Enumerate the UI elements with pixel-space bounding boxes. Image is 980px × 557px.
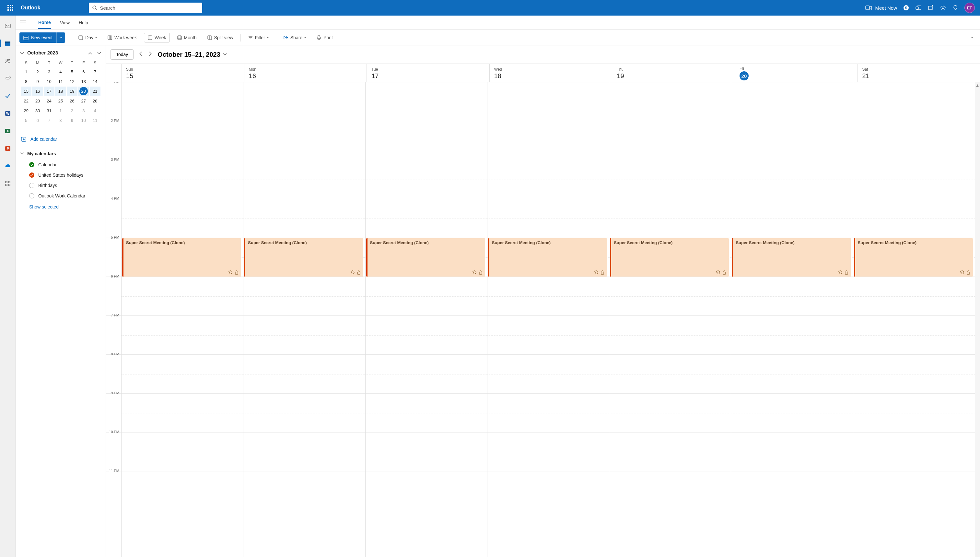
- nav-toggle-icon[interactable]: [20, 20, 26, 25]
- today-button[interactable]: Today: [111, 49, 133, 60]
- day-header[interactable]: Sun15: [122, 64, 244, 82]
- teams-icon[interactable]: [915, 5, 921, 11]
- my-calendars-header[interactable]: My calendars: [20, 151, 101, 156]
- rail-excel-icon[interactable]: X: [0, 126, 16, 136]
- mini-cal-day[interactable]: 30: [33, 106, 42, 115]
- prev-week-icon[interactable]: [138, 50, 143, 59]
- calendar-item[interactable]: Outlook Work Calendar: [20, 191, 101, 201]
- day-column[interactable]: Super Secret Meeting (Clone): [853, 82, 975, 557]
- chevron-down-icon[interactable]: [20, 50, 24, 55]
- rail-mail-icon[interactable]: [0, 21, 16, 31]
- scroll-up-icon[interactable]: ▴: [975, 82, 980, 88]
- mini-cal-day[interactable]: 3: [80, 106, 88, 115]
- tips-icon[interactable]: [952, 5, 959, 11]
- mini-cal-day[interactable]: 23: [33, 97, 42, 105]
- show-selected-link[interactable]: Show selected: [20, 201, 101, 209]
- day-column[interactable]: Super Secret Meeting (Clone): [366, 82, 488, 557]
- tab-help[interactable]: Help: [79, 17, 88, 29]
- calendar-event[interactable]: Super Secret Meeting (Clone): [366, 238, 485, 277]
- mini-cal-day[interactable]: 5: [22, 116, 31, 124]
- mini-cal-day[interactable]: 19: [68, 87, 76, 95]
- mini-cal-day[interactable]: 6: [33, 116, 42, 124]
- new-event-dropdown[interactable]: [56, 33, 65, 43]
- mini-cal-day[interactable]: 10: [45, 77, 54, 86]
- share-button[interactable]: Share ▾: [280, 33, 309, 42]
- calendar-event[interactable]: Super Secret Meeting (Clone): [244, 238, 363, 277]
- search-input[interactable]: Search: [89, 3, 202, 13]
- day-column[interactable]: Super Secret Meeting (Clone): [244, 82, 365, 557]
- mini-cal-day[interactable]: 2: [33, 67, 42, 76]
- day-header[interactable]: Fri20: [735, 64, 858, 82]
- skype-icon[interactable]: S: [903, 5, 909, 11]
- date-range-title[interactable]: October 15–21, 2023: [158, 51, 226, 59]
- day-header[interactable]: Mon16: [244, 64, 367, 82]
- add-calendar-button[interactable]: Add calendar: [20, 135, 101, 143]
- calendar-event[interactable]: Super Secret Meeting (Clone): [854, 238, 973, 277]
- calendar-checkbox[interactable]: [29, 173, 34, 178]
- mini-cal-day[interactable]: 27: [80, 97, 88, 105]
- mini-cal-day[interactable]: 16: [33, 87, 42, 95]
- mini-cal-day[interactable]: 26: [68, 97, 76, 105]
- mini-cal-day[interactable]: 29: [22, 106, 31, 115]
- mini-cal-day[interactable]: 1: [22, 67, 31, 76]
- day-header[interactable]: Sat21: [858, 64, 980, 82]
- mini-cal-day[interactable]: 7: [45, 116, 54, 124]
- mini-cal-day[interactable]: 20: [80, 87, 88, 95]
- outlook-addin-icon[interactable]: [928, 5, 934, 11]
- day-header[interactable]: Thu19: [612, 64, 735, 82]
- day-header[interactable]: Tue17: [367, 64, 490, 82]
- mini-cal-day[interactable]: 5: [68, 67, 76, 76]
- month-up-icon[interactable]: [88, 50, 92, 55]
- print-button[interactable]: Print: [313, 33, 336, 42]
- day-column[interactable]: Super Secret Meeting (Clone): [609, 82, 731, 557]
- app-launcher-icon[interactable]: [3, 0, 18, 16]
- mini-cal-day[interactable]: 21: [91, 87, 99, 95]
- rail-onedrive-icon[interactable]: [0, 161, 16, 171]
- calendar-item[interactable]: Birthdays: [20, 180, 101, 191]
- view-day-button[interactable]: Day ▾: [75, 33, 100, 42]
- mini-cal-day[interactable]: 13: [80, 77, 88, 86]
- split-view-button[interactable]: Split view: [204, 33, 237, 42]
- mini-cal-day[interactable]: 12: [68, 77, 76, 86]
- calendar-checkbox[interactable]: [29, 162, 34, 167]
- day-column[interactable]: Super Secret Meeting (Clone): [731, 82, 853, 557]
- day-header[interactable]: Wed18: [490, 64, 613, 82]
- calendar-event[interactable]: Super Secret Meeting (Clone): [610, 238, 729, 277]
- day-column[interactable]: Super Secret Meeting (Clone): [488, 82, 609, 557]
- calendar-event[interactable]: Super Secret Meeting (Clone): [488, 238, 607, 277]
- calendar-event[interactable]: Super Secret Meeting (Clone): [122, 238, 241, 277]
- mini-cal-day[interactable]: 14: [91, 77, 99, 86]
- scrollbar[interactable]: ▴: [975, 82, 980, 557]
- mini-cal-day[interactable]: 11: [56, 77, 65, 86]
- mini-cal-day[interactable]: 8: [56, 116, 65, 124]
- mini-cal-day[interactable]: 4: [91, 106, 99, 115]
- calendar-checkbox[interactable]: [29, 193, 34, 199]
- mini-cal-day[interactable]: 9: [33, 77, 42, 86]
- rail-people-icon[interactable]: [0, 56, 16, 66]
- mini-cal-day[interactable]: 3: [45, 67, 54, 76]
- mini-cal-day[interactable]: 18: [56, 87, 65, 95]
- ribbon-expand-icon[interactable]: ▾: [968, 34, 976, 41]
- mini-cal-day[interactable]: 1: [56, 106, 65, 115]
- rail-word-icon[interactable]: W: [0, 108, 16, 119]
- settings-icon[interactable]: [940, 5, 946, 11]
- mini-cal-day[interactable]: 11: [91, 116, 99, 124]
- calendar-event[interactable]: Super Secret Meeting (Clone): [732, 238, 851, 277]
- rail-files-icon[interactable]: [0, 73, 16, 84]
- mini-cal-day[interactable]: 28: [91, 97, 99, 105]
- day-column[interactable]: Super Secret Meeting (Clone): [122, 82, 244, 557]
- mini-cal-day[interactable]: 22: [22, 97, 31, 105]
- view-month-button[interactable]: Month: [174, 33, 200, 42]
- next-week-icon[interactable]: [148, 50, 153, 59]
- mini-cal-day[interactable]: 9: [68, 116, 76, 124]
- avatar[interactable]: EF: [964, 3, 975, 13]
- calendar-checkbox[interactable]: [29, 183, 34, 188]
- calendar-item[interactable]: United States holidays: [20, 170, 101, 180]
- mini-cal-day[interactable]: 7: [91, 67, 99, 76]
- mini-cal-day[interactable]: 15: [22, 87, 31, 95]
- rail-more-apps-icon[interactable]: [0, 178, 16, 189]
- tab-home[interactable]: Home: [38, 16, 51, 29]
- mini-cal-day[interactable]: 10: [80, 116, 88, 124]
- rail-powerpoint-icon[interactable]: P: [0, 143, 16, 154]
- mini-cal-day[interactable]: 17: [45, 87, 54, 95]
